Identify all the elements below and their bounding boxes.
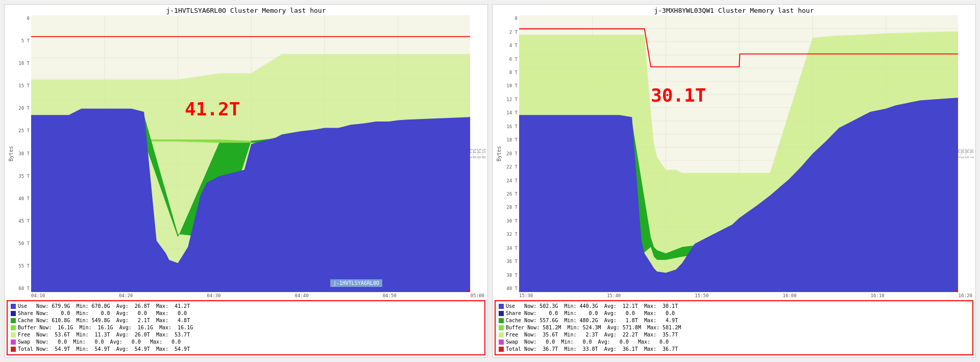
chart-svg-2 (519, 15, 958, 292)
legend-text: Total Now: 36.7T Min: 33.0T Avg: 36.1T M… (506, 346, 678, 353)
y-tick: 28 T (504, 205, 519, 210)
y-tick: 18 T (504, 138, 519, 142)
legend-color (499, 340, 504, 345)
legend-color (11, 332, 16, 337)
legend-text: Swap Now: 0.0 Min: 0.0 Avg: 0.0 Max: 0.0 (506, 339, 669, 346)
legend-text: Total Now: 54.9T Min: 54.9T Avg: 54.9T M… (18, 346, 190, 353)
chart-canvas-1: 41.2T j-1HVTLSYA6RL0O (31, 15, 470, 292)
legend-row: Use Now: 679.9G Min: 670.0G Avg: 26.8T M… (11, 303, 481, 310)
legend-row: Buffer Now: 16.1G Min: 16.1G Avg: 16.1G … (11, 324, 481, 331)
legend-color (499, 304, 504, 309)
legend-row: Cache Now: 557.6G Min: 480.2G Avg: 1.8T … (499, 317, 969, 324)
y-tick-labels-1: 60 T55 T50 T45 T40 T35 T30 T25 T20 T15 T… (16, 15, 31, 292)
y-tick: 20 T (504, 152, 519, 156)
legend-row: Buffer Now: 581.2M Min: 524.3M Avg: 571.… (499, 324, 969, 331)
legend-row: Free Now: 53.6T Min: 11.3T Avg: 26.0T Ma… (11, 331, 481, 339)
y-tick: 26 T (504, 192, 519, 197)
chart-title-1: j-1HVTLSYA6RL0O Cluster Memory last hour (7, 7, 485, 14)
x-tick: 15:30 (519, 293, 533, 298)
y-tick: 22 T (504, 165, 519, 170)
y-tick: 60 T (16, 286, 31, 291)
legend-text: Share Now: 0.0 Min: 0.0 Avg: 0.0 Max: 0.… (18, 310, 187, 317)
legend-row: Share Now: 0.0 Min: 0.0 Avg: 0.0 Max: 0.… (11, 310, 481, 317)
y-tick: 25 T (16, 129, 31, 133)
y-tick: 5 T (16, 39, 31, 43)
y-tick: 20 T (16, 106, 31, 111)
y-tick: 10 T (504, 84, 519, 88)
y-tick: 4 T (504, 43, 519, 48)
legend-text: Buffer Now: 581.2M Min: 524.3M Avg: 571.… (506, 324, 681, 331)
y-tick: 15 T (16, 84, 31, 88)
x-tick: 04:20 (119, 293, 133, 298)
y-tick: 12 T (504, 98, 519, 102)
x-axis-2: 15:3015:4015:5016:0016:1016:20 (519, 292, 972, 299)
legend-row: Cache Now: 610.8G Min: 549.8G Avg: 2.1T … (11, 317, 481, 324)
right-axis-2: 36.7 36.5 36.3 36.1 (958, 15, 973, 292)
legend-color (499, 311, 504, 316)
y-axis-label-2: Bytes (495, 15, 503, 292)
legend-row: Share Now: 0.0 Min: 0.0 Avg: 0.0 Max: 0.… (499, 310, 969, 317)
x-tick: 15:40 (607, 293, 621, 298)
legend-color (499, 347, 504, 352)
legend-text: Buffer Now: 16.1G Min: 16.1G Avg: 16.1G … (18, 324, 193, 331)
legend-row: Total Now: 36.7T Min: 33.0T Avg: 36.1T M… (499, 346, 969, 353)
legend-text: Free Now: 53.6T Min: 11.3T Avg: 26.0T Ma… (18, 331, 190, 339)
y-tick: 36 T (504, 259, 519, 264)
legend-color (11, 347, 16, 352)
y-tick: 2 T (504, 30, 519, 35)
legend-row: Total Now: 54.9T Min: 54.9T Avg: 54.9T M… (11, 346, 481, 353)
legend-color (11, 311, 16, 316)
cluster-label-1: j-1HVTLSYA6RL0O (330, 279, 382, 287)
legend-color (11, 325, 16, 330)
y-tick: 24 T (504, 179, 519, 183)
legend-color (499, 325, 504, 330)
y-tick: 34 T (504, 246, 519, 251)
y-tick: 35 T (16, 174, 31, 179)
x-tick: 04:30 (207, 293, 220, 298)
legend-text: Share Now: 0.0 Min: 0.0 Avg: 0.0 Max: 0.… (506, 310, 675, 317)
y-tick: 32 T (504, 232, 519, 237)
y-axis-label-1: Bytes (7, 15, 15, 292)
legend-1: Use Now: 679.9G Min: 670.0G Avg: 26.8T M… (7, 300, 485, 355)
legend-row: Swap Now: 0.0 Min: 0.0 Avg: 0.0 Max: 0.0 (499, 339, 969, 346)
legend-2: Use Now: 502.3G Min: 440.3G Avg: 12.1T M… (495, 300, 973, 355)
y-tick: 40 T (16, 197, 31, 201)
chart-title-2: j-3MXH8YWL03QW1 Cluster Memory last hour (495, 7, 973, 14)
legend-color (499, 332, 504, 337)
y-tick: 6 T (504, 57, 519, 62)
x-tick: 16:10 (871, 293, 885, 298)
legend-row: Use Now: 502.3G Min: 440.3G Avg: 12.1T M… (499, 303, 969, 310)
legend-text: Use Now: 679.9G Min: 670.0G Avg: 26.8T M… (18, 303, 190, 310)
x-tick: 04:40 (295, 293, 309, 298)
right-axis-1: 55.0 54.9 54.8 54.7 (470, 15, 485, 292)
x-tick: 04:10 (31, 293, 45, 298)
chart-area-1: Bytes 60 T55 T50 T45 T40 T35 T30 T25 T20… (7, 15, 485, 292)
x-axis-1: 04:1004:2004:3004:4004:5005:00 (31, 292, 484, 299)
y-tick: 30 T (504, 219, 519, 224)
y-tick: 55 T (16, 264, 31, 269)
chart-panel-1: j-1HVTLSYA6RL0O Cluster Memory last hour… (4, 4, 488, 358)
x-tick: 15:50 (695, 293, 708, 298)
chart-area-2: Bytes 40 T38 T36 T34 T32 T30 T28 T26 T24… (495, 15, 973, 292)
legend-color (11, 340, 16, 345)
x-tick: 05:00 (471, 293, 484, 298)
x-tick: 16:00 (783, 293, 797, 298)
chart-with-yaxis-2: 40 T38 T36 T34 T32 T30 T28 T26 T24 T22 T… (504, 15, 973, 292)
legend-color (11, 318, 16, 323)
y-tick: 40 T (504, 286, 519, 291)
chart-panel-2: j-3MXH8YWL03QW1 Cluster Memory last hour… (492, 4, 976, 358)
chart-canvas-2: 30.1T (519, 15, 958, 292)
legend-text: Cache Now: 557.6G Min: 480.2G Avg: 1.8T … (506, 317, 678, 324)
y-tick-labels-2: 40 T38 T36 T34 T32 T30 T28 T26 T24 T22 T… (504, 15, 519, 292)
y-tick: 14 T (504, 111, 519, 115)
legend-color (499, 318, 504, 323)
y-tick: 45 T (16, 219, 31, 224)
y-tick: 50 T (16, 242, 31, 246)
y-tick: 16 T (504, 125, 519, 129)
legend-text: Swap Now: 0.0 Min: 0.0 Avg: 0.0 Max: 0.0 (18, 339, 181, 346)
y-tick: 38 T (504, 273, 519, 278)
y-tick: 0 (504, 16, 519, 21)
legend-text: Free Now: 35.6T Min: 2.3T Avg: 22.2T Max… (506, 331, 678, 339)
y-tick: 10 T (16, 61, 31, 66)
legend-row: Swap Now: 0.0 Min: 0.0 Avg: 0.0 Max: 0.0 (11, 339, 481, 346)
